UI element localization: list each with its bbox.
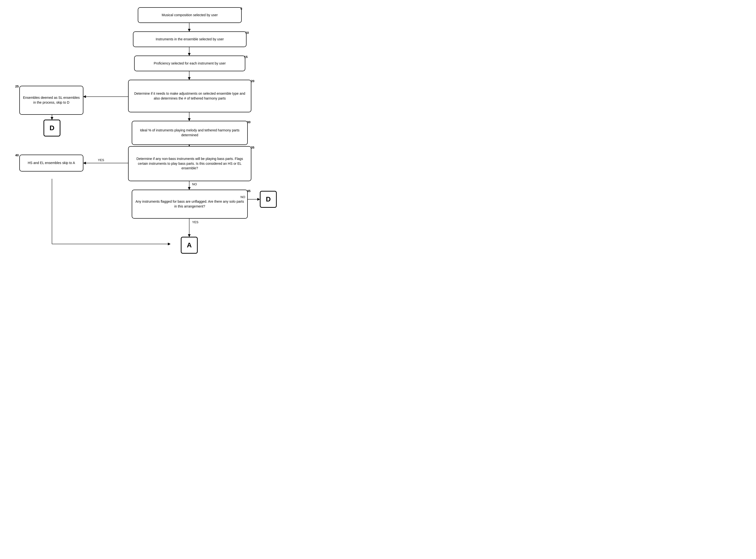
label-10: 10 xyxy=(245,31,249,35)
label-5: 5 xyxy=(240,7,242,10)
svg-marker-17 xyxy=(188,187,191,189)
node-25: Ensembles deemed as SL ensembles in the … xyxy=(19,86,83,115)
arrow-label-no2: NO xyxy=(240,195,245,199)
svg-marker-1 xyxy=(188,29,191,31)
label-45: 45 xyxy=(247,189,251,193)
arrow-label-yes2: YES xyxy=(192,220,198,224)
svg-marker-20 xyxy=(168,243,170,245)
terminal-d1: D xyxy=(43,119,60,136)
label-40: 40 xyxy=(15,153,19,157)
label-20: 20 xyxy=(251,79,254,83)
svg-marker-7 xyxy=(83,95,86,98)
label-35: 35 xyxy=(251,146,254,149)
node-40: HS and EL ensembles skip to A xyxy=(19,155,83,172)
label-25: 25 xyxy=(15,85,19,88)
svg-marker-3 xyxy=(188,53,191,55)
arrow-label-no1: NO xyxy=(192,182,197,186)
label-15: 15 xyxy=(244,55,247,59)
node-45: Any instruments flagged for bass are unf… xyxy=(132,189,248,219)
flowchart-diagram: Musical composition selected by user 5 I… xyxy=(0,0,378,280)
terminal-d2: D xyxy=(260,191,277,208)
node-5: Musical composition selected by user xyxy=(138,7,242,23)
svg-marker-11 xyxy=(51,117,53,119)
node-30: Ideal % of instruments playing melody an… xyxy=(132,121,248,145)
node-15: Proficiency selected for each instrument… xyxy=(134,55,245,71)
node-35: Determine if any non-bass instruments wi… xyxy=(128,146,251,181)
arrow-label-yes1: YES xyxy=(98,158,104,162)
svg-marker-22 xyxy=(188,234,191,237)
terminal-a: A xyxy=(181,237,198,254)
svg-marker-15 xyxy=(83,162,86,164)
node-20: Determine if it needs to make adjustment… xyxy=(128,80,251,112)
node-10: Instruments in the ensemble selected by … xyxy=(133,31,246,47)
svg-marker-24 xyxy=(257,198,260,201)
svg-marker-9 xyxy=(188,118,191,121)
svg-marker-5 xyxy=(188,77,191,80)
label-30: 30 xyxy=(247,120,251,124)
